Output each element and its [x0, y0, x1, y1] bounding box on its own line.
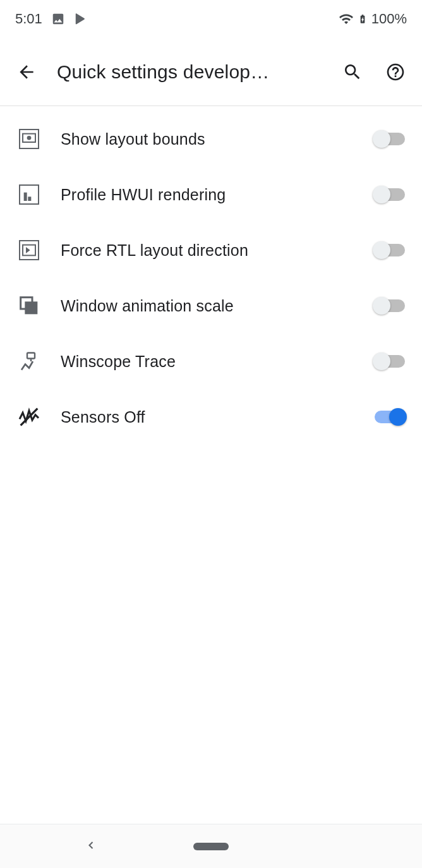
layout-bounds-icon	[15, 125, 43, 153]
play-store-icon	[74, 12, 88, 26]
toggle-switch[interactable]	[373, 240, 407, 260]
profile-hwui-icon	[15, 181, 43, 208]
status-bar: 5:01 100%	[0, 0, 422, 38]
toggle-switch[interactable]	[373, 129, 407, 149]
app-bar: Quick settings develop…	[0, 38, 422, 106]
search-button[interactable]	[340, 59, 365, 85]
settings-list: Show layout bounds Profile HWUI renderin…	[0, 106, 422, 445]
svg-rect-4	[24, 193, 27, 201]
window-animation-icon	[15, 292, 43, 320]
setting-force-rtl[interactable]: Force RTL layout direction	[0, 222, 422, 278]
back-button[interactable]	[14, 59, 39, 85]
setting-profile-hwui[interactable]: Profile HWUI rendering	[0, 167, 422, 222]
nav-back-button[interactable]	[85, 839, 97, 854]
help-button[interactable]	[383, 59, 408, 85]
svg-rect-3	[20, 185, 39, 204]
svg-rect-9	[25, 301, 37, 314]
setting-label: Window animation scale	[61, 297, 355, 315]
setting-label: Force RTL layout direction	[61, 241, 355, 260]
setting-window-animation[interactable]: Window animation scale	[0, 278, 422, 334]
svg-rect-10	[27, 353, 35, 359]
page-title: Quick settings develop…	[57, 61, 322, 83]
toggle-switch[interactable]	[373, 407, 407, 427]
sensors-off-icon	[15, 403, 43, 431]
wifi-icon	[339, 11, 354, 27]
battery-percent: 100%	[371, 11, 407, 27]
winscope-icon	[15, 347, 43, 375]
nav-home-pill[interactable]	[193, 843, 229, 850]
toggle-switch[interactable]	[373, 184, 407, 205]
setting-show-layout-bounds[interactable]: Show layout bounds	[0, 111, 422, 167]
setting-sensors-off[interactable]: Sensors Off	[0, 389, 422, 445]
setting-winscope-trace[interactable]: Winscope Trace	[0, 334, 422, 389]
rtl-icon	[15, 236, 43, 264]
svg-rect-5	[28, 196, 31, 201]
battery-icon	[358, 11, 368, 27]
navigation-bar	[0, 824, 422, 868]
svg-point-2	[27, 136, 32, 140]
image-notification-icon	[51, 12, 65, 26]
setting-label: Show layout bounds	[61, 130, 355, 148]
toggle-switch[interactable]	[373, 351, 407, 371]
setting-label: Profile HWUI rendering	[61, 186, 355, 204]
setting-label: Sensors Off	[61, 408, 355, 426]
status-time: 5:01	[15, 11, 42, 27]
toggle-switch[interactable]	[373, 296, 407, 316]
setting-label: Winscope Trace	[61, 353, 355, 371]
